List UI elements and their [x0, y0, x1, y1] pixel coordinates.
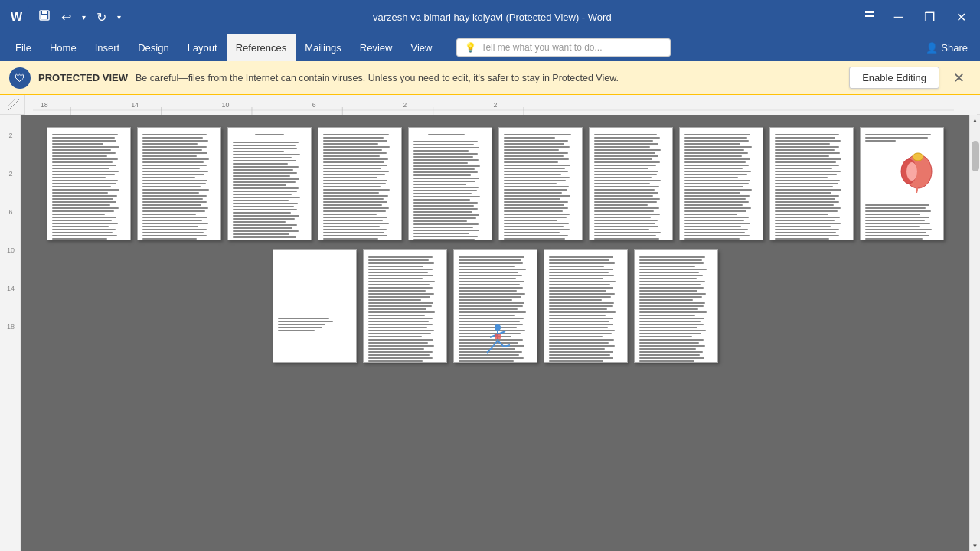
svg-rect-3 — [42, 11, 47, 14]
undo-dropdown[interactable]: ▾ — [77, 10, 90, 24]
svg-text:14: 14 — [6, 285, 14, 292]
page-9[interactable] — [769, 127, 854, 240]
document-area: 2 2 6 10 14 18 — [0, 115, 980, 551]
page-12[interactable] — [363, 249, 447, 363]
quick-access-toolbar: ↩ ▾ ↻ ▾ — [34, 6, 126, 28]
svg-text:6: 6 — [312, 100, 316, 108]
vertical-scrollbar[interactable]: ▲ ▼ — [969, 115, 980, 551]
horizontal-ruler: 18 14 10 6 2 2 — [0, 95, 980, 115]
customize-quick-access[interactable]: ▾ — [113, 10, 126, 24]
tab-file[interactable]: File — [6, 34, 41, 61]
undo-button[interactable]: ↩ — [57, 7, 76, 28]
enable-editing-button[interactable]: Enable Editing — [849, 67, 939, 89]
protected-view-bar: 🛡 PROTECTED VIEW Be careful—files from t… — [0, 61, 980, 95]
svg-rect-6 — [865, 15, 874, 17]
close-protected-bar-button[interactable]: ✕ — [947, 67, 971, 90]
title-bar: W ↩ ▾ ↻ ▾ varzesh va bimari hay kolyavi … — [0, 0, 980, 34]
svg-text:2: 2 — [493, 100, 497, 108]
svg-text:10: 10 — [6, 246, 14, 254]
save-button[interactable] — [34, 6, 55, 28]
page-1[interactable] — [47, 127, 131, 240]
pages-row-1 — [47, 127, 944, 240]
ribbon-display-options[interactable] — [859, 6, 880, 28]
page-14[interactable] — [544, 249, 628, 363]
svg-text:14: 14 — [131, 100, 139, 108]
redo-button[interactable]: ↻ — [92, 7, 111, 28]
tab-layout[interactable]: Layout — [178, 34, 227, 61]
protected-view-message: Be careful—files from the Internet can c… — [136, 73, 841, 83]
share-button[interactable]: 👤 Share — [920, 39, 974, 57]
page-5[interactable] — [408, 127, 492, 240]
svg-line-40 — [487, 348, 492, 353]
kidney-illustration — [895, 151, 937, 193]
ruler-bar: 18 14 10 6 2 2 — [24, 95, 962, 115]
pages-container — [21, 115, 969, 551]
svg-text:6: 6 — [8, 208, 12, 216]
svg-text:2: 2 — [8, 132, 12, 139]
ruler-corner — [3, 95, 24, 115]
tab-view[interactable]: View — [401, 34, 441, 61]
svg-text:18: 18 — [6, 323, 14, 331]
svg-text:18: 18 — [41, 100, 48, 108]
pages-row-2 — [273, 249, 718, 363]
title-bar-left: W ↩ ▾ ↻ ▾ — [6, 5, 126, 29]
svg-rect-23 — [0, 115, 21, 551]
page-4[interactable] — [318, 127, 402, 240]
page-3[interactable] — [227, 127, 312, 240]
minimize-button[interactable]: ─ — [887, 7, 910, 27]
ribbon-search-area: 💡 Tell me what you want to do... — [456, 38, 904, 57]
svg-line-42 — [504, 345, 510, 347]
page-13[interactable] — [453, 249, 537, 363]
svg-rect-43 — [495, 334, 501, 339]
svg-rect-4 — [41, 15, 47, 19]
svg-text:2: 2 — [403, 100, 407, 108]
svg-line-41 — [498, 341, 504, 347]
page-10[interactable] — [860, 127, 944, 240]
share-label: Share — [941, 42, 968, 54]
svg-point-35 — [495, 324, 501, 331]
tab-review[interactable]: Review — [351, 34, 402, 61]
title-bar-right: ─ ❒ ✕ — [859, 6, 974, 28]
page-7[interactable] — [589, 127, 673, 240]
svg-point-34 — [913, 153, 923, 161]
svg-text:W: W — [11, 11, 23, 24]
page-2[interactable] — [137, 127, 221, 240]
tab-references[interactable]: References — [227, 34, 296, 61]
vertical-ruler: 2 2 6 10 14 18 — [0, 115, 21, 551]
svg-line-39 — [492, 341, 498, 348]
share-icon: 👤 — [926, 42, 938, 54]
scroll-up-arrow[interactable]: ▲ — [970, 115, 981, 126]
tab-design[interactable]: Design — [129, 34, 178, 61]
page-11[interactable] — [273, 249, 357, 363]
scroll-thumb[interactable] — [972, 141, 979, 171]
lightbulb-icon: 💡 — [465, 42, 476, 53]
ruler-right-end — [962, 95, 977, 115]
svg-text:10: 10 — [222, 100, 230, 108]
tab-home[interactable]: Home — [41, 34, 86, 61]
page-15[interactable] — [634, 249, 718, 363]
tell-me-search[interactable]: 💡 Tell me what you want to do... — [456, 38, 671, 57]
tab-insert[interactable]: Insert — [86, 34, 129, 61]
svg-rect-5 — [865, 11, 874, 13]
runner-illustration — [481, 324, 515, 354]
close-button[interactable]: ✕ — [949, 7, 974, 28]
restore-button[interactable]: ❒ — [916, 7, 942, 28]
protected-view-label: PROTECTED VIEW — [38, 72, 128, 83]
scroll-down-arrow[interactable]: ▼ — [970, 540, 981, 551]
svg-line-7 — [8, 99, 19, 110]
word-icon: W — [6, 5, 31, 29]
page-6[interactable] — [498, 127, 583, 240]
scroll-track[interactable] — [970, 126, 980, 540]
page-8[interactable] — [679, 127, 763, 240]
search-placeholder-text: Tell me what you want to do... — [481, 42, 602, 53]
ribbon-tabs: File Home Insert Design Layout Reference… — [0, 34, 980, 61]
svg-text:2: 2 — [8, 170, 12, 178]
shield-icon: 🛡 — [9, 67, 31, 89]
svg-point-33 — [906, 162, 917, 181]
document-title: varzesh va bimari hay kolyavi (Protected… — [126, 11, 859, 23]
tab-mailings[interactable]: Mailings — [296, 34, 351, 61]
